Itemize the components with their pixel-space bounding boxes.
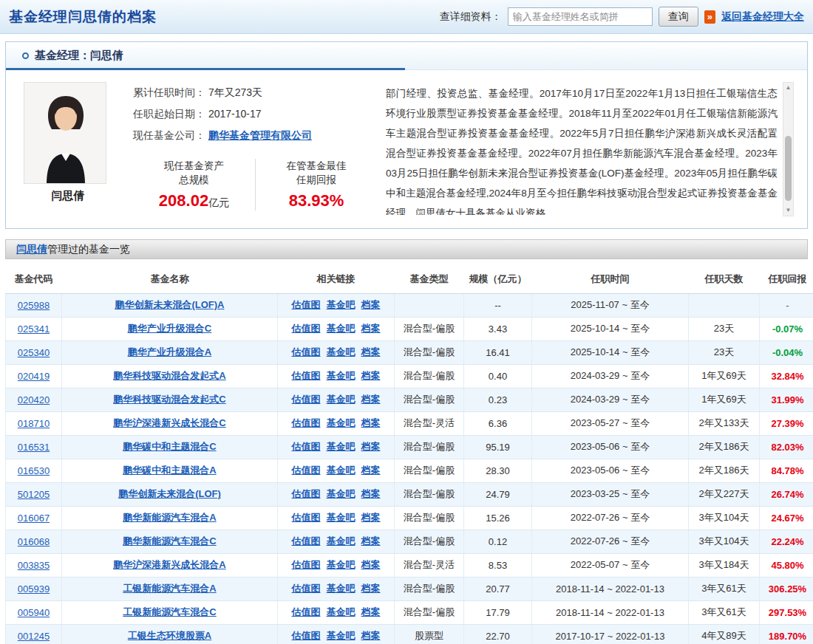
tenure-days-cell: 3年又104天 <box>689 506 760 530</box>
fund-code-link[interactable]: 018710 <box>18 418 50 429</box>
fund-archive-link[interactable]: 档案 <box>361 606 381 617</box>
fund-name-link[interactable]: 鹏华产业升级混合C <box>128 323 211 334</box>
fund-archive-link[interactable]: 档案 <box>361 583 381 594</box>
fund-name-link[interactable]: 鹏华沪深港新兴成长混合A <box>113 559 225 570</box>
tenure-return-value: -0.07% <box>772 323 803 335</box>
fund-code-link[interactable]: 025340 <box>18 347 50 358</box>
fund-code-link[interactable]: 003835 <box>18 560 50 571</box>
fund-code-link[interactable]: 016068 <box>18 536 50 547</box>
tenure-return-value: -0.04% <box>772 347 803 358</box>
fund-row: 016068鹏华新能源汽车混合C估值图基金吧档案混合型-偏股0.122022-0… <box>6 530 813 553</box>
scroll-up-icon[interactable]: ▲ <box>783 83 793 93</box>
fund-code-link[interactable]: 005940 <box>18 607 50 618</box>
fund-archive-link[interactable]: 档案 <box>361 512 381 523</box>
fund-bar-link[interactable]: 基金吧 <box>327 559 356 570</box>
fund-bar-link[interactable]: 基金吧 <box>327 583 356 594</box>
fund-archive-link[interactable]: 档案 <box>361 323 381 334</box>
fund-code-link[interactable]: 025988 <box>18 300 50 311</box>
tenure-return-cell: 27.39% <box>760 411 813 435</box>
valuation-chart-link[interactable]: 估值图 <box>292 299 321 310</box>
fund-bar-link[interactable]: 基金吧 <box>327 299 356 310</box>
valuation-chart-link[interactable]: 估值图 <box>292 465 321 476</box>
fund-bar-link[interactable]: 基金吧 <box>327 630 356 641</box>
valuation-chart-link[interactable]: 估值图 <box>292 441 321 452</box>
fund-archive-link[interactable]: 档案 <box>361 346 381 357</box>
fund-code-link[interactable]: 020419 <box>18 371 50 382</box>
fund-name-link[interactable]: 鹏华科技驱动混合发起式C <box>113 394 225 405</box>
fund-archive-link[interactable]: 档案 <box>361 417 381 428</box>
manager-search-input[interactable] <box>508 7 653 26</box>
fund-name-link[interactable]: 鹏华新能源汽车混合C <box>123 535 216 547</box>
manager-name-link[interactable]: 闫思倩 <box>16 243 47 256</box>
fund-archive-link[interactable]: 档案 <box>361 370 381 381</box>
fund-archive-link[interactable]: 档案 <box>361 299 381 310</box>
fund-name-link[interactable]: 鹏华沪深港新兴成长混合C <box>113 417 225 428</box>
fund-name-cell: 鹏华创新未来混合(LOF) <box>62 482 278 506</box>
fund-name-link[interactable]: 工银新能源汽车混合A <box>123 583 216 594</box>
fund-name-link[interactable]: 工银生态环境股票A <box>128 630 211 641</box>
tenure-return-value: 27.39% <box>771 418 803 429</box>
fund-bar-link[interactable]: 基金吧 <box>327 535 356 547</box>
tenure-return-value: 31.99% <box>771 394 803 405</box>
fund-archive-link[interactable]: 档案 <box>361 394 381 405</box>
fund-archive-link[interactable]: 档案 <box>361 630 381 641</box>
fund-archive-link[interactable]: 档案 <box>361 559 381 570</box>
fund-code-link[interactable]: 005939 <box>18 583 50 595</box>
fund-code-link[interactable]: 016531 <box>18 442 50 453</box>
fund-code-link[interactable]: 001245 <box>18 631 50 642</box>
fund-code-link[interactable]: 016067 <box>18 513 50 524</box>
fund-scale-cell: 0.40 <box>464 364 532 388</box>
fund-bar-link[interactable]: 基金吧 <box>327 465 356 476</box>
fund-name-link[interactable]: 鹏华产业升级混合A <box>128 346 211 357</box>
valuation-chart-link[interactable]: 估值图 <box>292 346 321 357</box>
fund-bar-link[interactable]: 基金吧 <box>327 441 356 452</box>
fund-code-link[interactable]: 016530 <box>18 465 50 476</box>
tenure-return-cell: -0.07% <box>760 317 813 340</box>
valuation-chart-link[interactable]: 估值图 <box>292 394 321 405</box>
fund-bar-link[interactable]: 基金吧 <box>327 488 356 499</box>
fund-name-link[interactable]: 鹏华创新未来混合(LOF) <box>118 488 221 499</box>
fund-name-link[interactable]: 鹏华创新未来混合(LOF)A <box>115 299 224 310</box>
search-button[interactable]: 查询 <box>659 7 698 27</box>
fund-archive-link[interactable]: 档案 <box>361 465 381 476</box>
fund-bar-link[interactable]: 基金吧 <box>327 346 356 357</box>
valuation-chart-link[interactable]: 估值图 <box>292 417 321 428</box>
manager-bio-text: 部门经理、投资总监、基金经理。2017年10月17日至2022年1月13日担任工… <box>386 83 778 215</box>
fund-bar-link[interactable]: 基金吧 <box>327 370 356 381</box>
manager-stats: 现任基金资产 总规模 208.02亿元 在管基金最佳 任期回报 83.93% <box>133 159 378 210</box>
fund-code-link[interactable]: 501205 <box>18 489 50 500</box>
fund-code-link[interactable]: 020420 <box>18 394 50 405</box>
fund-bar-link[interactable]: 基金吧 <box>327 512 356 523</box>
fund-archive-link[interactable]: 档案 <box>361 488 381 499</box>
valuation-chart-link[interactable]: 估值图 <box>292 583 321 594</box>
scrollbar-thumb[interactable] <box>785 136 792 201</box>
fund-name-link[interactable]: 鹏华科技驱动混合发起式A <box>113 370 225 381</box>
fund-name-link[interactable]: 鹏华新能源汽车混合A <box>123 512 216 523</box>
fund-company-link[interactable]: 鹏华基金管理有限公司 <box>208 129 312 141</box>
tenure-return-value: 24.67% <box>771 513 803 524</box>
bio-scrollbar[interactable]: ▲ ▼ <box>783 82 794 216</box>
related-links-cell: 估值图基金吧档案 <box>278 388 395 411</box>
valuation-chart-link[interactable]: 估值图 <box>292 323 321 334</box>
fund-name-link[interactable]: 工银新能源汽车混合C <box>123 606 216 617</box>
valuation-chart-link[interactable]: 估值图 <box>292 488 321 499</box>
fund-bar-link[interactable]: 基金吧 <box>327 323 356 334</box>
fund-name-link[interactable]: 鹏华碳中和主题混合C <box>123 441 216 452</box>
fund-name-link[interactable]: 鹏华碳中和主题混合A <box>123 465 216 476</box>
fund-archive-link[interactable]: 档案 <box>361 535 381 547</box>
valuation-chart-link[interactable]: 估值图 <box>292 512 321 523</box>
valuation-chart-link[interactable]: 估值图 <box>292 630 321 641</box>
valuation-chart-link[interactable]: 估值图 <box>292 535 321 547</box>
fund-scale-cell: -- <box>464 293 532 317</box>
fund-bar-link[interactable]: 基金吧 <box>327 394 356 405</box>
valuation-chart-link[interactable]: 估值图 <box>292 370 321 381</box>
valuation-chart-link[interactable]: 估值图 <box>292 559 321 570</box>
fund-bar-link[interactable]: 基金吧 <box>327 606 356 617</box>
fund-bar-link[interactable]: 基金吧 <box>327 417 356 428</box>
valuation-chart-link[interactable]: 估值图 <box>292 606 321 617</box>
fund-archive-link[interactable]: 档案 <box>361 441 381 452</box>
scroll-down-icon[interactable]: ▼ <box>783 205 793 216</box>
back-to-manager-list-link[interactable]: 返回基金经理大全 <box>721 10 804 24</box>
tenure-days-cell: 2年又186天 <box>689 435 760 459</box>
fund-code-link[interactable]: 025341 <box>18 323 50 335</box>
